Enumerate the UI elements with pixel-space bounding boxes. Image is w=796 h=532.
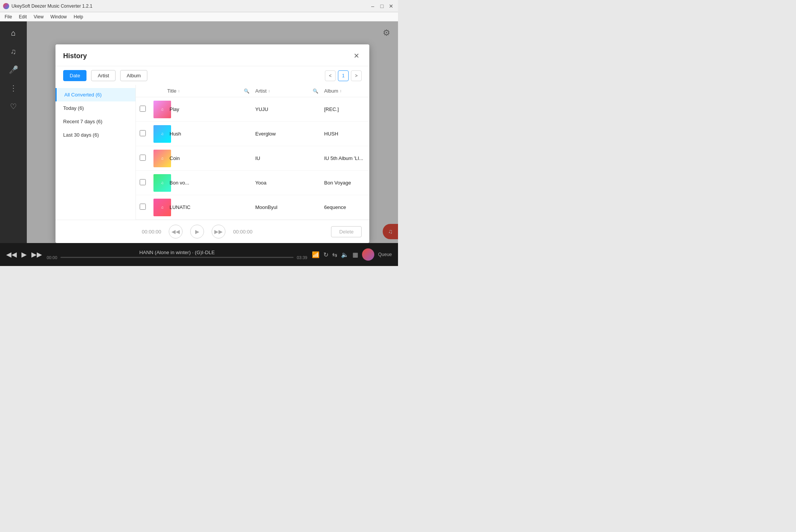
- player-prev-button[interactable]: ◀◀: [169, 225, 183, 238]
- title-sort-icon: ↕: [178, 89, 180, 93]
- bottom-prev-button[interactable]: ◀◀: [6, 250, 17, 259]
- bottom-right-controls: 📶 ↻ ⇆ 🔈 ▦ Queue: [312, 248, 392, 261]
- table-row: ♫ Hush Everglow HUSH 00:02:44 ▶ 📁 🗑: [136, 122, 369, 146]
- table-row: ♫ LUNATIC MoonByul 6equence 00:03:25 ▶ 📁…: [136, 195, 369, 220]
- filter-recent-7[interactable]: Recent 7 days (6): [55, 115, 135, 128]
- track-list-header: Title ↕ 🔍 Artist ↕ 🔍: [136, 85, 369, 97]
- minimize-button[interactable]: –: [369, 2, 377, 10]
- main-content: ⚙ History ✕ Date Artist Album < 1: [27, 21, 398, 266]
- modal-overlay: History ✕ Date Artist Album < 1 >: [27, 21, 398, 266]
- sidebar-mic-icon[interactable]: 🎤: [6, 62, 21, 77]
- title-search-icon[interactable]: 🔍: [244, 88, 250, 94]
- tab-album[interactable]: Album: [120, 70, 147, 81]
- player-next-button[interactable]: ▶▶: [212, 225, 225, 238]
- modal-header: History ✕: [55, 44, 369, 66]
- progress-end: 03:39: [297, 255, 307, 260]
- track-title-2: Coin: [167, 155, 244, 161]
- track-rows-container: ♫ Play YUJU [REC.] 00:03:21 ▶ 📁 🗑 ♫ Hush: [136, 97, 369, 220]
- sidebar-heart-icon[interactable]: ♡: [6, 99, 21, 114]
- bottom-bar: ◀◀ ▶ ▶▶ HANN (Alone in winter) · (G)I-DL…: [0, 243, 398, 266]
- sidebar-grid-icon[interactable]: ⋮: [6, 80, 21, 96]
- window-controls: – □ ✕: [369, 2, 395, 10]
- user-avatar[interactable]: [362, 248, 374, 261]
- history-modal: History ✕ Date Artist Album < 1 >: [55, 44, 369, 243]
- pagination: < 1 >: [325, 70, 362, 81]
- track-artist-0: YUJU: [255, 106, 313, 112]
- filter-sidebar: All Converted (6) Today (6) Recent 7 day…: [55, 85, 136, 220]
- col-album: Album ↕: [324, 88, 369, 94]
- repeat-icon[interactable]: ↻: [323, 251, 328, 258]
- track-artist-3: Yooa: [255, 180, 313, 186]
- now-playing-section: HANN (Alone in winter) · (G)I-DLE 00:00 …: [47, 250, 307, 260]
- sidebar-music-icon[interactable]: ♫: [6, 44, 21, 59]
- menu-edit[interactable]: Edit: [16, 13, 30, 20]
- modal-title: History: [63, 52, 87, 60]
- app-title: UkeySoft Deezer Music Converter 1.2.1: [11, 3, 369, 9]
- track-list: Title ↕ 🔍 Artist ↕ 🔍: [136, 85, 369, 220]
- track-album-3: Bon Voyage: [324, 180, 369, 186]
- track-title-1: Hush: [167, 131, 244, 137]
- menu-help[interactable]: Help: [71, 13, 86, 20]
- col-artist-search[interactable]: 🔍: [313, 88, 324, 94]
- player-section: 00:00:00 ◀◀ ▶ ▶▶ 00:00:00: [63, 225, 331, 238]
- track-artist-4: MoonByul: [255, 204, 313, 210]
- track-checkbox-1[interactable]: [140, 130, 153, 138]
- progress-row: 00:00 03:39: [47, 255, 307, 260]
- track-artist-1: Everglow: [255, 131, 313, 137]
- modal-close-button[interactable]: ✕: [351, 51, 362, 61]
- app-container: ⌂ ♫ 🎤 ⋮ ♡ ⚙ History ✕ Date Artist Al: [0, 21, 398, 266]
- bottom-next-button[interactable]: ▶▶: [31, 250, 42, 259]
- table-row: ♫ Coin IU IU 5th Album 'LI... 00:03:13 ▶…: [136, 146, 369, 171]
- progress-start: 00:00: [47, 255, 57, 260]
- track-checkbox-3[interactable]: [140, 179, 153, 187]
- tab-artist[interactable]: Artist: [91, 70, 116, 81]
- cast-icon[interactable]: 📶: [312, 251, 320, 258]
- track-album-0: [REC.]: [324, 106, 369, 112]
- track-artist-2: IU: [255, 155, 313, 161]
- volume-icon[interactable]: 🔈: [341, 251, 349, 258]
- filter-today[interactable]: Today (6): [55, 101, 135, 115]
- col-artist: Artist ↕: [255, 88, 313, 94]
- col-title-search[interactable]: 🔍: [244, 88, 255, 94]
- track-album-4: 6equence: [324, 204, 369, 210]
- page-next[interactable]: >: [351, 70, 362, 81]
- artist-sort-icon: ↕: [268, 89, 270, 93]
- bottom-play-button[interactable]: ▶: [21, 250, 27, 259]
- delete-button[interactable]: Delete: [331, 226, 362, 237]
- table-row: ♫ Play YUJU [REC.] 00:03:21 ▶ 📁 🗑: [136, 97, 369, 122]
- tab-date[interactable]: Date: [63, 70, 86, 81]
- col-title: Title ↕: [167, 88, 244, 94]
- modal-body: All Converted (6) Today (6) Recent 7 day…: [55, 85, 369, 220]
- track-album-1: HUSH: [324, 131, 369, 137]
- sidebar: ⌂ ♫ 🎤 ⋮ ♡: [0, 21, 27, 266]
- player-play-button[interactable]: ▶: [190, 225, 204, 238]
- page-prev[interactable]: <: [325, 70, 336, 81]
- page-current[interactable]: 1: [338, 70, 349, 81]
- title-bar: UkeySoft Deezer Music Converter 1.2.1 – …: [0, 0, 398, 12]
- track-checkbox-4[interactable]: [140, 204, 153, 211]
- sidebar-home-icon[interactable]: ⌂: [6, 25, 21, 41]
- modal-toolbar: Date Artist Album < 1 >: [55, 66, 369, 85]
- now-playing-title: HANN (Alone in winter) · (G)I-DLE: [47, 250, 307, 255]
- progress-bar[interactable]: [60, 257, 294, 258]
- player-time-end: 00:00:00: [233, 229, 253, 235]
- track-title-3: Bon vo...: [167, 180, 244, 186]
- close-button[interactable]: ✕: [387, 2, 395, 10]
- track-checkbox-0[interactable]: [140, 106, 153, 113]
- menu-view[interactable]: View: [31, 13, 47, 20]
- menu-bar: File Edit View Window Help: [0, 12, 398, 21]
- shuffle-icon[interactable]: ⇆: [332, 251, 337, 258]
- player-time-start: 00:00:00: [142, 229, 161, 235]
- artist-search-icon[interactable]: 🔍: [313, 88, 318, 94]
- menu-file[interactable]: File: [2, 13, 15, 20]
- app-icon: [3, 3, 9, 9]
- menu-window[interactable]: Window: [47, 13, 70, 20]
- equalizer-icon[interactable]: ▦: [352, 251, 358, 258]
- track-title-4: LUNATIC: [167, 204, 244, 210]
- modal-footer: 00:00:00 ◀◀ ▶ ▶▶ 00:00:00 Delete: [55, 220, 369, 243]
- maximize-button[interactable]: □: [378, 2, 386, 10]
- track-checkbox-2[interactable]: [140, 155, 153, 162]
- track-album-2: IU 5th Album 'LI...: [324, 155, 369, 161]
- filter-all-converted[interactable]: All Converted (6): [55, 88, 135, 101]
- filter-last-30[interactable]: Last 30 days (6): [55, 128, 135, 142]
